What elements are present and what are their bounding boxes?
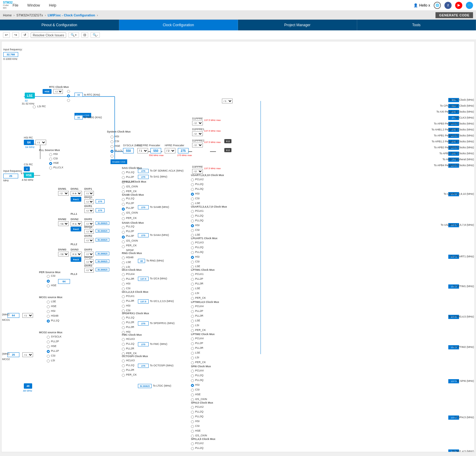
usart1-hsi-r[interactable] bbox=[191, 193, 194, 196]
mco2-pll2p-radio[interactable] bbox=[47, 340, 50, 343]
lptim2-lse-r[interactable] bbox=[191, 352, 194, 355]
usart1-pll2q-r[interactable] bbox=[191, 183, 194, 186]
sai4b-pll1q-r[interactable] bbox=[122, 198, 125, 201]
mco1-div-select[interactable]: / 1 bbox=[22, 313, 33, 318]
rtc-hse-radio[interactable] bbox=[67, 99, 70, 102]
usart1-pclk2-r[interactable] bbox=[191, 178, 194, 181]
i2c1235-hsi-r[interactable] bbox=[122, 305, 125, 308]
sai4a-pll3p-r[interactable] bbox=[122, 236, 125, 239]
divr2-select[interactable]: / 2 bbox=[84, 238, 94, 243]
per-csi-radio[interactable] bbox=[47, 275, 50, 278]
divn3-select[interactable]: X 129 bbox=[71, 252, 82, 256]
tab-clock[interactable]: Clock Configuration bbox=[119, 20, 238, 30]
lptim1-per-r[interactable] bbox=[191, 297, 194, 300]
d3ppre-select[interactable]: / 2 bbox=[192, 169, 203, 174]
octospi-pll2r-r[interactable] bbox=[122, 369, 125, 372]
spi145-pclk2-r[interactable] bbox=[191, 442, 194, 445]
lptim2-pclk4-r[interactable] bbox=[191, 337, 194, 340]
zoom-fit-button[interactable]: ⊡ bbox=[81, 32, 88, 38]
menu-help[interactable]: Help bbox=[49, 3, 56, 7]
divr1-select[interactable]: / 2 bbox=[84, 208, 94, 213]
divr3-select[interactable]: / 2 bbox=[84, 268, 94, 273]
divn1-select[interactable]: X 44 bbox=[71, 191, 82, 196]
usart2-pll2q-r[interactable] bbox=[191, 215, 194, 218]
spi6-hsi-r[interactable] bbox=[191, 384, 194, 387]
spdifrx-pll3r-r[interactable] bbox=[122, 326, 125, 329]
spi6-pll2q-r[interactable] bbox=[191, 374, 194, 377]
sysclk-pll-radio[interactable] bbox=[111, 150, 113, 153]
sai4a-pll2p-r[interactable] bbox=[122, 231, 125, 234]
mco2-lsi-radio[interactable] bbox=[47, 359, 50, 362]
sai4a-pll1q-r[interactable] bbox=[122, 226, 125, 229]
sai1-i2s-r[interactable] bbox=[122, 186, 125, 189]
usart2-pll3q-r[interactable] bbox=[191, 220, 194, 222]
spi45-pclk2-r[interactable] bbox=[191, 406, 194, 409]
d2pre2-select[interactable]: / 2 bbox=[192, 143, 203, 147]
divq1-select[interactable]: / 2 bbox=[84, 199, 94, 204]
enable-css2-button[interactable]: Enable CSS bbox=[111, 159, 127, 164]
mco2-hse-radio[interactable] bbox=[47, 345, 50, 348]
i2c4-csi-r[interactable] bbox=[122, 287, 125, 290]
spdifrx-pll1q-r[interactable] bbox=[122, 317, 125, 320]
input-freq2-value[interactable] bbox=[3, 174, 18, 178]
lptim1-lsi-r[interactable] bbox=[191, 292, 194, 295]
spi45-csi-r[interactable] bbox=[191, 425, 194, 428]
octospi-per-r[interactable] bbox=[122, 374, 125, 377]
usart1-csi-r[interactable] bbox=[191, 197, 194, 200]
mco1-hsi48-radio[interactable] bbox=[47, 315, 50, 318]
usart2-hsi-r[interactable] bbox=[191, 224, 194, 227]
usart2-lse-r[interactable] bbox=[191, 234, 194, 237]
spi6-i2s-r[interactable] bbox=[191, 398, 194, 401]
divq3-select[interactable]: / 2 bbox=[84, 259, 94, 264]
rtc-lsi-radio[interactable] bbox=[67, 94, 70, 97]
redo-button[interactable]: ↪ bbox=[12, 32, 19, 38]
tab-tools[interactable]: Tools bbox=[357, 20, 476, 30]
fmc-hclk3-r[interactable] bbox=[122, 338, 125, 341]
divm3-select[interactable]: / 32 bbox=[58, 252, 69, 256]
i2c1235-pll3r-r[interactable] bbox=[122, 300, 125, 303]
lptim1-lse-r[interactable] bbox=[191, 287, 194, 290]
mco1-hse-radio[interactable] bbox=[47, 305, 50, 308]
i2c1235-pclk1-r[interactable] bbox=[122, 295, 125, 298]
sai1-pll1q-r[interactable] bbox=[122, 171, 125, 174]
cpu-div-select[interactable]: / 1 bbox=[222, 99, 233, 103]
divm1-select[interactable]: / 2 bbox=[58, 191, 69, 196]
i2c4-pll3r-r[interactable] bbox=[122, 278, 125, 281]
lptim345-pll2p-r[interactable] bbox=[191, 310, 194, 313]
mco2-csi-radio[interactable] bbox=[47, 355, 50, 358]
octospi-hclk3-r[interactable] bbox=[122, 359, 125, 362]
rtc-hse-div-select[interactable]: / 2 bbox=[53, 89, 63, 94]
rng-hsi48-r[interactable] bbox=[122, 256, 125, 259]
sysclk-hse-radio[interactable] bbox=[111, 145, 113, 148]
d1cpre-select[interactable]: / 1 bbox=[137, 148, 148, 153]
lptim2-lsi-r[interactable] bbox=[191, 357, 194, 359]
sai4b-pll3p-r[interactable] bbox=[122, 208, 125, 211]
fmc-pll2r-r[interactable] bbox=[122, 348, 125, 351]
hsi-div-select[interactable]: / 1 bbox=[35, 140, 46, 145]
octospi-pll1q-r[interactable] bbox=[122, 364, 125, 367]
tab-project-manager[interactable]: Project Manager bbox=[238, 20, 357, 30]
lptim2-per-r[interactable] bbox=[191, 361, 194, 364]
spi45-i2s-r[interactable] bbox=[191, 435, 194, 438]
mco1-hsi-radio[interactable] bbox=[47, 310, 50, 313]
divm2-select[interactable]: / 32 bbox=[58, 221, 69, 226]
spi45-hsi-r[interactable] bbox=[191, 420, 194, 423]
lpuart1-csi-r[interactable] bbox=[191, 261, 194, 264]
pll-csi-radio[interactable] bbox=[49, 158, 52, 161]
sysclk-plls-radio[interactable] bbox=[111, 155, 113, 158]
input-freq-value[interactable] bbox=[3, 52, 18, 57]
lpuart1-hsi-r[interactable] bbox=[191, 256, 194, 259]
lptim1-pll2p-r[interactable] bbox=[191, 278, 194, 281]
usart1-pll3q-r[interactable] bbox=[191, 188, 194, 191]
usart2-csi-r[interactable] bbox=[191, 229, 194, 232]
lpuart1-pclk3-r[interactable] bbox=[191, 242, 194, 245]
breadcrumb-device[interactable]: STM32H723ZGTx bbox=[16, 13, 43, 17]
undo-button[interactable]: ↩ bbox=[3, 32, 10, 38]
pll-hse-radio[interactable] bbox=[49, 162, 52, 165]
twitter-icon[interactable]: 🐦 bbox=[466, 2, 473, 9]
per-hse-radio[interactable] bbox=[47, 284, 50, 287]
sai4a-per-r[interactable] bbox=[122, 245, 125, 248]
usart2-pclk1-r[interactable] bbox=[191, 210, 194, 213]
mco2-sysclk-radio[interactable] bbox=[47, 336, 50, 339]
mco1-pll1q-radio[interactable] bbox=[47, 320, 50, 323]
